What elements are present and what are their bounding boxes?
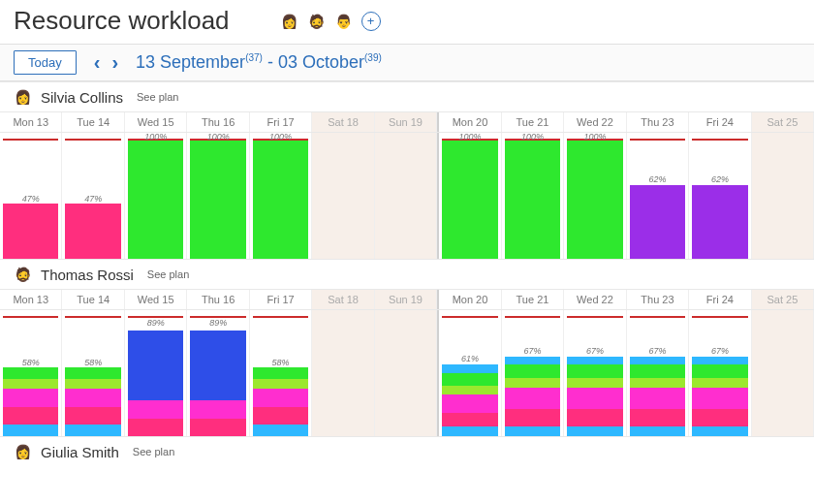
date-nav: ‹ › — [90, 51, 122, 74]
avatar-icon: 🧔 — [14, 266, 31, 283]
avatar-filter-group: 👩 🧔 👨 + — [280, 12, 381, 31]
prev-arrow-icon[interactable]: ‹ — [90, 51, 105, 74]
bar-stack — [567, 310, 622, 436]
bar-segment — [692, 388, 747, 409]
bar-segment — [442, 413, 497, 427]
pct-label: 89% — [125, 318, 186, 328]
day-head: Mon 20 — [437, 112, 501, 132]
day-head: Wed 15 — [125, 290, 187, 309]
day-cell: 89% — [187, 310, 249, 436]
pct-label: 62% — [627, 174, 688, 184]
bar-segment — [505, 364, 560, 379]
bar-segment — [505, 357, 560, 363]
day-cell: 100% — [250, 133, 312, 259]
pct-label: 67% — [627, 346, 688, 356]
pct-label: 47% — [62, 194, 123, 204]
day-head: Fri 17 — [250, 112, 312, 132]
bar-segment — [128, 400, 183, 418]
bar-stack — [692, 133, 747, 259]
date-range: 13 September(37) - 03 October(39) — [136, 52, 382, 73]
bar-segment — [692, 378, 747, 388]
day-cell: 61% — [437, 310, 501, 436]
bar-segment — [65, 204, 120, 259]
resource-row: 👩Giulia SmithSee plan — [0, 436, 814, 466]
avatar-icon[interactable]: 👨 — [334, 12, 354, 31]
resource-header: 🧔Thomas RossiSee plan — [0, 260, 814, 289]
day-cell: 62% — [689, 133, 751, 259]
day-cell — [312, 310, 374, 436]
day-cell: 47% — [62, 133, 124, 259]
day-head: Tue 21 — [502, 112, 564, 132]
pct-label: 62% — [689, 174, 750, 184]
bar-segment — [505, 378, 560, 388]
avatar-icon[interactable]: 🧔 — [307, 12, 327, 31]
bar-segment — [3, 425, 58, 436]
day-cell: 100% — [125, 133, 187, 259]
days-header: Mon 13Tue 14Wed 15Thu 16Fri 17Sat 18Sun … — [0, 289, 814, 310]
bar-stack — [442, 310, 497, 436]
pct-label: 100% — [564, 132, 625, 142]
today-button[interactable]: Today — [14, 50, 77, 75]
pct-label: 47% — [0, 194, 61, 204]
bar-segment — [567, 357, 622, 363]
pct-label: 100% — [125, 132, 186, 142]
day-head: Sun 19 — [375, 112, 437, 132]
add-person-button[interactable]: + — [361, 12, 381, 31]
range-start-week: (37) — [245, 52, 263, 63]
bar-stack — [253, 310, 308, 436]
bar-stack — [128, 133, 183, 259]
pct-label: 58% — [250, 358, 311, 367]
bar-segment — [128, 419, 183, 436]
bar-segment — [253, 379, 308, 389]
day-cell: 67% — [564, 310, 626, 436]
resource-header: 👩Silvia CollinsSee plan — [0, 82, 814, 111]
bar-segment — [442, 373, 497, 385]
see-plan-link[interactable]: See plan — [133, 446, 174, 457]
see-plan-link[interactable]: See plan — [147, 268, 189, 280]
bar-segment — [3, 379, 58, 389]
day-head: Sun 19 — [375, 290, 437, 309]
day-head: Tue 14 — [62, 112, 124, 132]
header: Resource workload 👩 🧔 👨 + — [0, 0, 814, 44]
range-end-week: (39) — [364, 52, 382, 63]
bar-segment — [692, 409, 747, 426]
bar-segment — [253, 389, 308, 406]
pct-label: 100% — [250, 132, 311, 142]
bar-segment — [3, 407, 58, 425]
avatar-icon[interactable]: 👩 — [280, 12, 299, 31]
bar-segment — [630, 409, 685, 426]
bar-segment — [65, 425, 120, 436]
day-cell: 58% — [0, 310, 62, 436]
capacity-line — [692, 316, 747, 318]
day-head: Sat 18 — [312, 112, 374, 132]
bar-segment — [630, 357, 685, 363]
bar-segment — [692, 426, 747, 436]
bar-segment — [253, 425, 308, 436]
resource-name: Giulia Smith — [41, 444, 119, 460]
day-cell: 100% — [437, 133, 501, 259]
resources-list: 👩Silvia CollinsSee planMon 13Tue 14Wed 1… — [0, 81, 814, 466]
day-cell — [752, 310, 814, 436]
day-head: Thu 16 — [187, 290, 249, 309]
day-cell: 47% — [0, 133, 62, 259]
avatar-icon: 👩 — [14, 443, 31, 460]
day-cell — [752, 133, 814, 259]
day-head: Fri 24 — [689, 112, 751, 132]
day-cell: 89% — [125, 310, 187, 436]
page-title: Resource workload — [14, 6, 230, 36]
bar-segment — [190, 331, 245, 400]
resource-name: Thomas Rossi — [41, 267, 134, 283]
bar-segment — [630, 378, 685, 388]
pct-label: 89% — [187, 318, 248, 328]
bar-stack — [190, 133, 245, 259]
workload-chart: 47%47%100%100%100%100%100%100%62%62% — [0, 133, 814, 259]
bar-segment — [567, 409, 622, 426]
next-arrow-icon[interactable]: › — [108, 51, 122, 74]
see-plan-link[interactable]: See plan — [137, 91, 178, 103]
capacity-line — [567, 316, 622, 318]
bar-segment — [567, 364, 622, 379]
bar-segment — [630, 185, 685, 259]
day-cell: 62% — [627, 133, 689, 259]
bar-segment — [442, 141, 497, 259]
day-head: Wed 22 — [564, 112, 626, 132]
